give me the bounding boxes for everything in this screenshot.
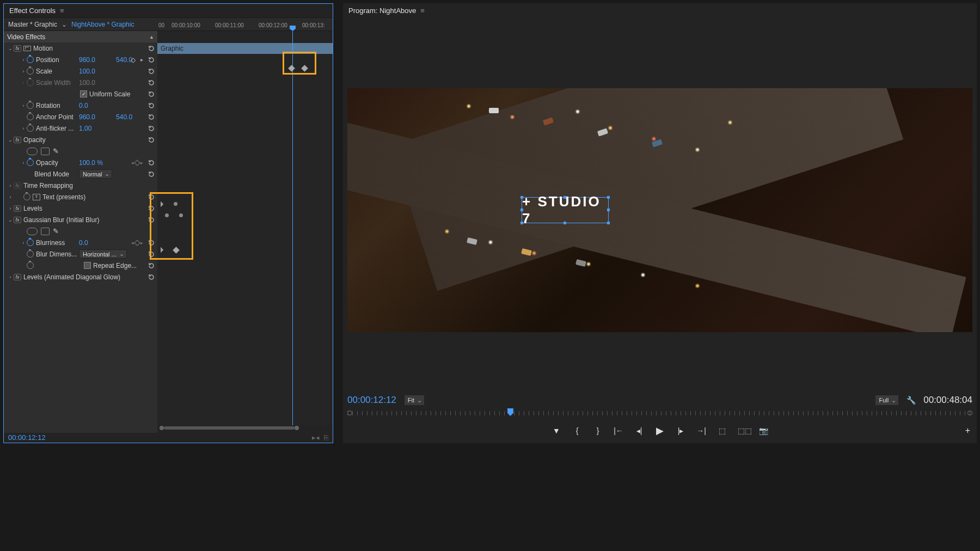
scrub-end-handle[interactable]	[967, 411, 972, 415]
position-x-value[interactable]: 960.0	[79, 56, 100, 64]
pen-mask-icon[interactable]: ✎	[53, 227, 59, 235]
keyframe-marker[interactable]	[174, 202, 177, 206]
stopwatch-icon[interactable]	[27, 68, 34, 75]
blur-dim-dropdown[interactable]: Horizontal ...	[79, 249, 127, 259]
twist-down-icon[interactable]: ⌄	[7, 217, 14, 223]
stopwatch-icon[interactable]	[27, 125, 34, 132]
zoom-handle-left[interactable]	[160, 426, 164, 430]
play-button[interactable]: ▶	[655, 425, 665, 437]
spatial-interp-icon[interactable]: ◇	[131, 56, 136, 64]
blend-mode-dropdown[interactable]: Normal	[79, 169, 112, 179]
reset-icon[interactable]	[148, 125, 155, 132]
resize-handle[interactable]	[564, 196, 566, 199]
reset-icon[interactable]	[148, 102, 155, 109]
twist-icon[interactable]: ›	[20, 160, 27, 166]
antiflicker-row[interactable]: › Anti-flicker ... 1.00	[4, 123, 157, 134]
effect-timeline[interactable]: 00 00:00:10:00 00:00:11:00 00:00:12:00 0…	[157, 21, 333, 425]
reset-icon[interactable]	[148, 45, 155, 52]
reset-icon[interactable]	[148, 136, 155, 144]
effect-current-time[interactable]: 00:00:12:12	[8, 433, 46, 442]
twist-icon[interactable]: ›	[7, 206, 14, 211]
twist-icon[interactable]: ›	[20, 69, 27, 74]
resize-handle[interactable]	[607, 196, 610, 199]
resize-handle[interactable]	[520, 196, 523, 199]
fx-badge[interactable]: fx	[14, 217, 21, 223]
twist-icon[interactable]: ›	[20, 103, 27, 108]
add-kf-icon[interactable]	[134, 240, 140, 246]
twist-icon[interactable]: ›	[7, 194, 14, 200]
timeline-ruler[interactable]: 00 00:00:10:00 00:00:11:00 00:00:12:00 0…	[157, 21, 333, 31]
resize-handle[interactable]	[607, 222, 610, 224]
rotation-value[interactable]: 0.0	[79, 102, 93, 109]
twist-icon[interactable]: ›	[20, 126, 27, 131]
resize-handle[interactable]	[520, 209, 523, 211]
resize-handle[interactable]	[607, 209, 610, 211]
motion-effect-row[interactable]: ⌄ fx Motion	[4, 42, 157, 54]
go-to-out-button[interactable]: →|	[696, 426, 706, 435]
opacity-effect-row[interactable]: ⌄ fx Opacity	[4, 134, 157, 145]
rotation-row[interactable]: › Rotation 0.0	[4, 100, 157, 111]
reset-icon[interactable]	[148, 170, 155, 178]
reset-icon[interactable]	[148, 90, 155, 98]
timeline-clip-bar[interactable]: Graphic	[157, 43, 333, 54]
reset-icon[interactable]	[148, 56, 155, 64]
blurriness-row[interactable]: › Blurriness 0.0 ◂▸	[4, 237, 157, 248]
twist-icon[interactable]: ›	[7, 274, 14, 280]
timeline-playhead[interactable]	[292, 31, 293, 425]
stopwatch-icon[interactable]	[27, 102, 34, 109]
fit-dropdown[interactable]: Fit	[404, 395, 425, 406]
antiflicker-value[interactable]: 1.00	[79, 125, 96, 132]
panel-menu-icon[interactable]: ≡	[420, 7, 425, 15]
add-kf-icon[interactable]	[134, 160, 140, 166]
stopwatch-icon[interactable]	[23, 193, 30, 200]
ellipse-mask-button[interactable]	[27, 228, 38, 235]
loop-icon[interactable]: ⎘	[324, 433, 328, 442]
keyframe-marker[interactable]	[165, 213, 169, 217]
position-row[interactable]: › Position 960.0540.0 ◇ ▸	[4, 54, 157, 65]
reset-icon[interactable]	[148, 262, 155, 270]
video-effects-header[interactable]: Video Effects ▲	[4, 31, 157, 42]
stopwatch-icon[interactable]	[27, 159, 34, 166]
pen-mask-icon[interactable]: ✎	[53, 147, 59, 155]
panel-menu-icon[interactable]: ≡	[60, 7, 64, 15]
add-marker-button[interactable]: ▼	[552, 426, 561, 435]
rect-mask-button[interactable]	[41, 148, 50, 155]
resolution-dropdown[interactable]: Full	[875, 395, 899, 406]
timeline-zoom-scrollbar[interactable]	[157, 426, 329, 432]
ellipse-mask-button[interactable]	[27, 148, 38, 155]
breadcrumb-active[interactable]: NightAbove * Graphic	[71, 21, 134, 28]
go-to-in-button[interactable]: |←	[614, 426, 623, 435]
uniform-scale-checkbox[interactable]	[80, 90, 87, 97]
fx-badge[interactable]: fx	[14, 182, 21, 189]
repeat-edge-row[interactable]: Repeat Edge...	[4, 260, 157, 271]
program-scrubber[interactable]	[347, 409, 972, 417]
keyframe-marker[interactable]	[157, 247, 163, 253]
text-effect-row[interactable]: › T Text (presents)	[4, 191, 157, 203]
reset-icon[interactable]	[148, 159, 155, 167]
resize-handle[interactable]	[564, 222, 566, 224]
twist-icon[interactable]: ›	[7, 183, 14, 188]
stopwatch-icon[interactable]	[27, 113, 34, 120]
breadcrumb-master[interactable]: Master * Graphic	[8, 21, 57, 28]
reset-icon[interactable]	[148, 79, 155, 87]
twist-down-icon[interactable]: ⌄	[7, 137, 14, 143]
position-y-value[interactable]: 540.0	[116, 56, 132, 64]
mark-out-button[interactable]: }	[593, 426, 603, 435]
twist-down-icon[interactable]: ⌄	[7, 46, 14, 51]
play-only-icon[interactable]: ▸◂	[312, 433, 320, 442]
fx-badge[interactable]: fx	[14, 274, 21, 280]
blend-mode-row[interactable]: Blend Mode Normal	[4, 168, 157, 180]
extract-button[interactable]: ⬚⬚	[738, 426, 748, 435]
scale-value[interactable]: 100.0	[79, 68, 100, 75]
next-kf-icon[interactable]: ▸	[140, 160, 143, 166]
stopwatch-icon[interactable]	[27, 262, 34, 269]
mark-in-button[interactable]: {	[572, 426, 582, 435]
anchor-x-value[interactable]: 960.0	[79, 113, 100, 121]
program-current-time[interactable]: 00:00:12:12	[347, 395, 396, 406]
button-editor-icon[interactable]: +	[965, 426, 970, 436]
zoom-thumb[interactable]	[164, 426, 295, 430]
next-kf-icon[interactable]: ▸	[140, 57, 143, 63]
opacity-value-row[interactable]: › Opacity 100.0 % ◂▸	[4, 157, 157, 168]
reset-icon[interactable]	[148, 216, 155, 224]
fx-badge[interactable]: fx	[14, 45, 21, 52]
